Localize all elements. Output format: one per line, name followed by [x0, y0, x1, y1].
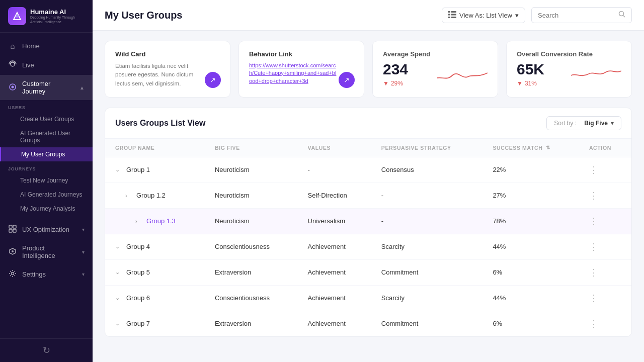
svg-point-10	[12, 273, 14, 275]
more-options-button[interactable]: ⋮	[589, 267, 599, 278]
top-cards: Wild Card Etiam facilisis ligula nec vel…	[105, 41, 632, 98]
sidebar-item-settings[interactable]: Settings ▾	[0, 264, 93, 284]
group-name-cell: ⌄Group 4	[105, 234, 205, 259]
sort-label: Sort by :	[554, 120, 577, 127]
average-spend-title: Average Spend	[383, 50, 488, 58]
sort-button[interactable]: Sort by : Big Five ▾	[546, 116, 621, 130]
group-name-cell: ⌄Group 1	[105, 157, 205, 183]
row-expand-icon[interactable]: ⌄	[115, 320, 123, 327]
more-options-button[interactable]: ⋮	[589, 191, 599, 201]
values-cell: Achievement	[298, 234, 371, 259]
row-expand-icon[interactable]: ⌄	[115, 243, 123, 250]
more-options-button[interactable]: ⋮	[589, 216, 599, 226]
data-table: GROUP NAME BIG FIVE VALUES PERSUASIVE ST…	[105, 139, 631, 336]
search-box[interactable]	[531, 7, 632, 23]
sort-asc-icon: ⇅	[546, 145, 550, 150]
row-expand-icon[interactable]: ›	[125, 193, 133, 199]
row-expand-icon[interactable]: ⌄	[115, 269, 123, 276]
table-row: ⌄Group 4ConscientiousnessAchievementScar…	[105, 234, 631, 259]
view-toggle-label: View As: List View	[459, 12, 512, 19]
more-options-button[interactable]: ⋮	[589, 319, 599, 329]
sidebar-item-label: UX Optimization	[22, 226, 77, 233]
svg-point-1	[16, 15, 19, 18]
group-name-cell: ›Group 1.2	[105, 183, 205, 208]
sidebar-item-home[interactable]: ⌂ Home	[0, 37, 93, 55]
group-name-text: Group 1.2	[136, 192, 166, 199]
big-five-cell: Conscientiousness	[205, 234, 298, 259]
more-options-button[interactable]: ⋮	[589, 293, 599, 303]
big-five-cell: Neuroticism	[205, 183, 298, 208]
sidebar-item-test-new-journey[interactable]: Test New Journey	[0, 173, 93, 188]
group-name-text: Group 4	[126, 243, 150, 250]
table-row: ⌄Group 5ExtraversionAchievementCommitmen…	[105, 259, 631, 285]
sidebar-item-label: Product Intelligence	[22, 244, 77, 259]
behavior-link-card: Behavior Link https://www.shutterstock.c…	[238, 41, 364, 98]
customer-journey-icon	[8, 83, 17, 93]
svg-rect-11	[448, 11, 450, 13]
page-title: My User Groups	[105, 10, 436, 21]
svg-rect-14	[451, 14, 456, 15]
search-icon	[618, 11, 625, 20]
big-five-cell: Conscientiousness	[205, 285, 298, 311]
big-five-cell: Extraversion	[205, 259, 298, 285]
group-name-cell: ⌄Group 5	[105, 259, 205, 285]
svg-rect-13	[448, 14, 450, 15]
conversion-rate-stat: ▼ 31%	[517, 80, 544, 87]
sidebar-item-label: Home	[22, 42, 85, 50]
svg-rect-15	[448, 17, 450, 18]
conversion-rate-number: 65K	[517, 61, 544, 78]
view-toggle-button[interactable]: View As: List View ▾	[442, 8, 525, 23]
success-match-cell: 6%	[482, 311, 579, 336]
sidebar-item-product-intelligence[interactable]: Product Intelligence ▾	[0, 239, 93, 264]
more-options-button[interactable]: ⋮	[589, 242, 599, 252]
logo-tagline: Decoding Humanity Through Artificial Int…	[30, 16, 85, 24]
persuasive-strategy-cell: Commitment	[371, 311, 483, 336]
search-input[interactable]	[538, 12, 615, 19]
average-spend-card: Average Spend 234 ▼ 29% M0,30 C10,28 20,…	[372, 41, 498, 98]
sidebar-item-ux-optimization[interactable]: UX Optimization ▾	[0, 220, 93, 239]
sidebar-item-my-user-groups[interactable]: My User Groups	[0, 147, 93, 161]
table-row: ⌄Group 7ExtraversionAchievementCommitmen…	[105, 311, 631, 336]
persuasive-strategy-cell: -	[371, 183, 483, 208]
big-five-cell: Extraversion	[205, 311, 298, 336]
chevron-down-icon: ▾	[82, 249, 85, 255]
product-intelligence-icon	[8, 247, 17, 257]
sidebar-item-label: Customer Journey	[22, 80, 74, 95]
values-cell: Self-Direction	[298, 183, 371, 208]
svg-rect-8	[13, 229, 16, 232]
group-name-cell: ›Group 1.3	[105, 208, 205, 234]
table-header: Users Groups List View Sort by : Big Fiv…	[105, 108, 631, 139]
chevron-down-icon: ▾	[82, 227, 85, 232]
wild-card-arrow-button[interactable]: ↗	[205, 72, 221, 88]
sidebar-item-ai-generated-user-groups[interactable]: AI Generated User Groups	[0, 126, 93, 147]
sidebar-item-my-journey-analysis[interactable]: My Journey Analysis	[0, 202, 93, 216]
svg-rect-7	[9, 229, 12, 232]
behavior-link-arrow-button[interactable]: ↗	[339, 72, 355, 88]
refresh-icon[interactable]: ↻	[43, 345, 50, 356]
row-expand-icon[interactable]: ⌄	[115, 295, 123, 301]
action-cell: ⋮	[579, 259, 631, 285]
col-persuasive-strategy: PERSUASIVE STRATEGY	[371, 139, 483, 157]
sidebar-item-customer-journey[interactable]: Customer Journey ▲	[0, 75, 93, 100]
group-name-text: Group 7	[126, 320, 150, 327]
behavior-link-title: Behavior Link	[249, 50, 354, 58]
svg-point-2	[11, 62, 15, 66]
action-cell: ⋮	[579, 311, 631, 336]
sidebar-item-create-user-groups[interactable]: Create User Groups	[0, 112, 93, 126]
row-expand-icon[interactable]: ›	[135, 218, 143, 224]
persuasive-strategy-cell: Consensus	[371, 157, 483, 183]
row-expand-icon[interactable]: ⌄	[115, 166, 123, 173]
table-row: ⌄Group 1Neuroticism-Consensus22%⋮	[105, 157, 631, 183]
more-options-button[interactable]: ⋮	[589, 165, 599, 175]
sidebar-item-live[interactable]: Live	[0, 55, 93, 75]
behavior-link-url[interactable]: https://www.shutterstock.com/search/Cute…	[249, 62, 354, 85]
sidebar-item-ai-generated-journeys[interactable]: AI Generated Journeys	[0, 188, 93, 202]
persuasive-strategy-cell: Commitment	[371, 259, 483, 285]
svg-rect-12	[451, 11, 456, 13]
svg-line-18	[623, 16, 625, 18]
sort-chevron-icon: ▾	[611, 120, 614, 127]
chevron-up-icon: ▲	[79, 85, 85, 90]
average-spend-chart: M0,30 C10,28 20,35 30,25 C40,15 50,32 60…	[437, 63, 488, 87]
svg-point-9	[12, 250, 14, 252]
logo-name: Humaine AI	[30, 8, 85, 16]
